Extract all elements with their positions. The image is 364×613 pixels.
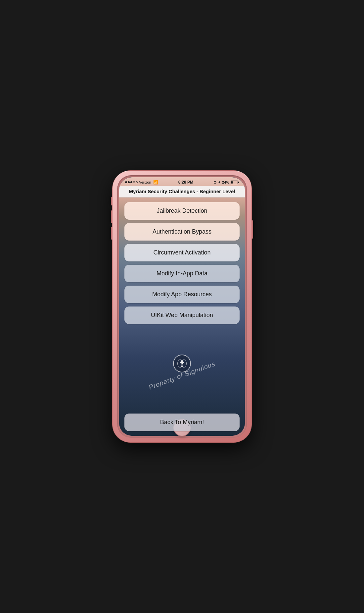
status-bar: Verizon 📶 8:28 PM ⊙ ✦ 24% bbox=[119, 177, 245, 186]
carrier-label: Verizon bbox=[139, 180, 151, 184]
circumvent-activation-button[interactable]: Circumvent Activation bbox=[124, 244, 240, 261]
authentication-bypass-button[interactable]: Authentication Bypass bbox=[124, 223, 240, 241]
bottom-area: Back To Myriam! bbox=[119, 411, 245, 436]
battery-icon bbox=[231, 181, 239, 184]
svg-text:$: $ bbox=[181, 362, 183, 365]
signal-dot-1 bbox=[125, 181, 127, 183]
jailbreak-detection-button[interactable]: Jailbreak Detection bbox=[124, 202, 240, 220]
status-left: Verizon 📶 bbox=[125, 180, 158, 185]
screen: Verizon 📶 8:28 PM ⊙ ✦ 24% bbox=[119, 177, 245, 436]
volume-down-button[interactable] bbox=[111, 227, 113, 240]
status-right: ⊙ ✦ 24% bbox=[213, 180, 239, 185]
signal-dot-3 bbox=[130, 181, 132, 183]
battery-tip bbox=[238, 182, 239, 183]
modify-app-resources-button[interactable]: Modify App Resources bbox=[124, 286, 240, 303]
signal-dot-4 bbox=[133, 181, 135, 183]
battery-percentage: 24% bbox=[222, 180, 229, 184]
phone-inner-bezel: Verizon 📶 8:28 PM ⊙ ✦ 24% bbox=[117, 175, 247, 438]
signal-strength bbox=[125, 181, 138, 183]
nav-bar: Myriam Security Challenges - Beginner Le… bbox=[119, 186, 245, 197]
battery-body bbox=[231, 181, 238, 184]
modify-inapp-data-button[interactable]: Modify In-App Data bbox=[124, 265, 240, 282]
bluetooth-icon: ✦ bbox=[218, 180, 221, 185]
signal-dot-5 bbox=[136, 181, 138, 183]
uikit-web-manipulation-button[interactable]: UIKit Web Manipulation bbox=[124, 306, 240, 324]
location-icon: ⊙ bbox=[213, 180, 216, 185]
power-button[interactable] bbox=[251, 220, 253, 239]
logo-area: $ Property of Signulous bbox=[124, 327, 240, 406]
signal-dot-2 bbox=[128, 181, 130, 183]
phone-frame: Verizon 📶 8:28 PM ⊙ ✦ 24% bbox=[113, 171, 251, 442]
nav-title: Myriam Security Challenges - Beginner Le… bbox=[129, 189, 235, 194]
pen-nib-icon: $ bbox=[177, 359, 187, 368]
wifi-icon: 📶 bbox=[153, 180, 158, 185]
status-time: 8:28 PM bbox=[178, 180, 193, 185]
content-area: Jailbreak Detection Authentication Bypas… bbox=[119, 197, 245, 411]
volume-up-button[interactable] bbox=[111, 210, 113, 223]
mute-switch[interactable] bbox=[111, 197, 113, 205]
back-to-myriam-button[interactable]: Back To Myriam! bbox=[124, 414, 240, 431]
battery-fill bbox=[231, 181, 233, 184]
